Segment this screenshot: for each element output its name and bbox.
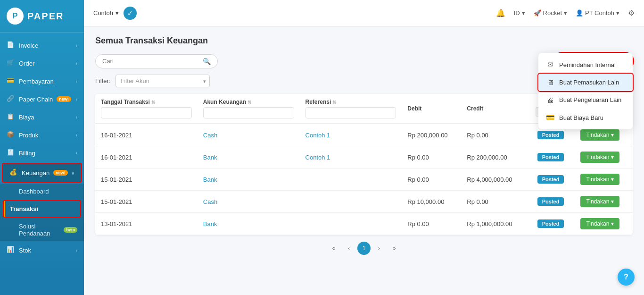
status-badge: Posted (537, 153, 564, 161)
send-icon: ✉ (546, 60, 554, 69)
page-title: Semua Transaksi Keuangan (95, 36, 633, 46)
col-credit: Credit (461, 94, 527, 124)
chevron-icon: › (76, 133, 77, 138)
cell-referensi (300, 169, 402, 191)
cell-debit: Rp 0.00 (402, 146, 461, 169)
status-badge: Posted (537, 175, 564, 184)
col-tanggal: Tanggal Transaksi⇅ (95, 94, 198, 124)
cell-credit: Rp 0.00 (461, 124, 527, 146)
cell-status: Posted (527, 213, 575, 235)
sidebar-item-order[interactable]: 🛒 Order › (0, 54, 84, 72)
cell-tanggal: 15-01-2021 (95, 169, 198, 191)
action-button[interactable]: Tindakan ▾ (580, 218, 619, 229)
dropdown-buat-pemasukan-lain[interactable]: 🖥 Buat Pemasukan Lain (538, 74, 633, 91)
tanggal-filter-input[interactable] (101, 107, 192, 118)
produk-icon: 📦 (7, 131, 15, 139)
pagination-current[interactable]: 1 (357, 242, 371, 255)
cell-status: Posted (527, 146, 575, 169)
sub-nav-solusi-pendanaan[interactable]: Solusi Pendanaan beta (0, 219, 84, 241)
create-transaction-dropdown: ✉ Pemindahan Internal 🖥 Buat Pemasukan L… (538, 53, 633, 129)
col-akun: Akun Keuangan⇅ (198, 94, 300, 124)
cell-status: Posted (527, 169, 575, 191)
search-input[interactable] (102, 58, 200, 65)
akun-filter-input[interactable] (203, 107, 294, 118)
sidebar-item-stok[interactable]: 📊 Stok › (0, 241, 84, 259)
cell-debit: Rp 10,000.00 (402, 191, 461, 213)
chevron-icon: › (76, 248, 77, 253)
sidebar-item-paper-chain[interactable]: 🔗 Paper Chain new! › (0, 90, 84, 108)
pagination-next[interactable]: › (372, 242, 386, 255)
sidebar-item-billing[interactable]: 🧾 Billing › (0, 144, 84, 162)
col-referensi: Referensi⇅ (300, 94, 402, 124)
action-button[interactable]: Tindakan ▾ (580, 174, 619, 185)
main-content: Contoh ▾ ✓ 🔔 ID ▾ 🚀 Rocket ▾ 👤 PT Contoh… (84, 0, 644, 295)
rocket-selector[interactable]: 🚀 Rocket ▾ (534, 9, 567, 17)
cell-tanggal: 16-01-2021 (95, 146, 198, 169)
dropdown-pemindahan-internal[interactable]: ✉ Pemindahan Internal (538, 56, 633, 74)
status-badge: Posted (537, 131, 564, 139)
pagination-first[interactable]: « (327, 242, 340, 255)
keuangan-icon: 💰 (9, 169, 18, 177)
status-badge: Posted (537, 197, 564, 206)
action-button[interactable]: Tindakan ▾ (580, 129, 619, 141)
billing-icon: 🧾 (7, 149, 15, 157)
user-selector[interactable]: 👤 PT Contoh ▾ (576, 9, 619, 17)
sidebar-item-produk[interactable]: 📦 Produk › (0, 126, 84, 144)
sub-nav-transaksi[interactable]: Transaksi (4, 201, 80, 217)
new-badge: new! (57, 96, 71, 102)
invoice-icon: 📄 (7, 41, 15, 50)
cell-debit: Rp 0.00 (402, 213, 461, 235)
beta-badge: beta (64, 227, 77, 233)
sidebar-item-invoice[interactable]: 📄 Invoice › (0, 36, 84, 54)
sidebar-item-keuangan[interactable]: 💰 Keuangan new! ∨ (3, 164, 81, 182)
sidebar-item-label: Billing (19, 150, 35, 157)
cell-debit: Rp 0.00 (402, 169, 461, 191)
help-button[interactable]: ? (618, 269, 635, 286)
chevron-icon: › (76, 79, 77, 84)
cell-status: Posted (527, 191, 575, 213)
rocket-icon: 🚀 (534, 9, 541, 17)
sidebar-item-label: Pembayaran (19, 78, 54, 85)
check-circle-icon[interactable]: ✓ (124, 7, 137, 20)
pagination-prev[interactable]: ‹ (342, 242, 355, 255)
akun-link[interactable]: Bank (203, 220, 217, 228)
workspace-selector[interactable]: Contoh ▾ (93, 9, 119, 17)
logo-icon: P (7, 8, 24, 25)
action-button[interactable]: Tindakan ▾ (580, 152, 619, 163)
sidebar-item-biaya[interactable]: 📋 Biaya › (0, 108, 84, 126)
chevron-icon: › (76, 115, 77, 120)
paper-chain-icon: 🔗 (7, 95, 15, 103)
filter-akun-select[interactable]: Filter Akun Cash Bank (116, 75, 210, 87)
dropdown-buat-biaya-baru[interactable]: 💳 Buat Biaya Baru (538, 109, 633, 126)
col-debit: Debit (402, 94, 461, 124)
sub-nav-dashboard[interactable]: Dashboard (0, 184, 84, 199)
action-button[interactable]: Tindakan ▾ (580, 196, 619, 207)
workspace-name: Contoh (93, 9, 113, 17)
sort-icon: ⇅ (332, 100, 336, 105)
sidebar-item-pembayaran[interactable]: 💳 Pembayaran › (0, 72, 84, 90)
sidebar-item-label: Paper Chain (19, 96, 53, 103)
sidebar-item-label: Stok (19, 247, 31, 254)
referensi-filter-input[interactable] (305, 107, 396, 118)
akun-link[interactable]: Bank (203, 154, 217, 161)
akun-link[interactable]: Cash (203, 132, 217, 139)
reference-link[interactable]: Contoh 1 (305, 132, 330, 139)
reference-link[interactable]: Contoh 1 (305, 154, 330, 161)
topbar-left: Contoh ▾ ✓ (93, 7, 137, 20)
dropdown-buat-pengeluaran-lain[interactable]: 🖨 Buat Pengeluaran Lain (538, 91, 633, 109)
chevron-down-icon: ∨ (71, 170, 74, 176)
search-box: 🔍 (95, 54, 218, 68)
notification-icon[interactable]: 🔔 (496, 8, 505, 17)
cell-tanggal: 15-01-2021 (95, 191, 198, 213)
cell-tanggal: 13-01-2021 (95, 213, 198, 235)
akun-link[interactable]: Cash (203, 198, 217, 205)
logo-text: PAPER (27, 11, 64, 22)
sidebar: P PAPER 📄 Invoice › 🛒 Order › 💳 Pembayar… (0, 0, 84, 295)
cell-action: Tindakan ▾ (575, 213, 633, 235)
cell-credit: Rp 200,000.00 (461, 146, 527, 169)
akun-link[interactable]: Bank (203, 176, 217, 183)
language-selector[interactable]: ID ▾ (514, 9, 525, 17)
settings-icon[interactable]: ⚙ (628, 8, 635, 17)
pagination-last[interactable]: » (388, 242, 401, 255)
cell-akun: Bank (198, 213, 300, 235)
